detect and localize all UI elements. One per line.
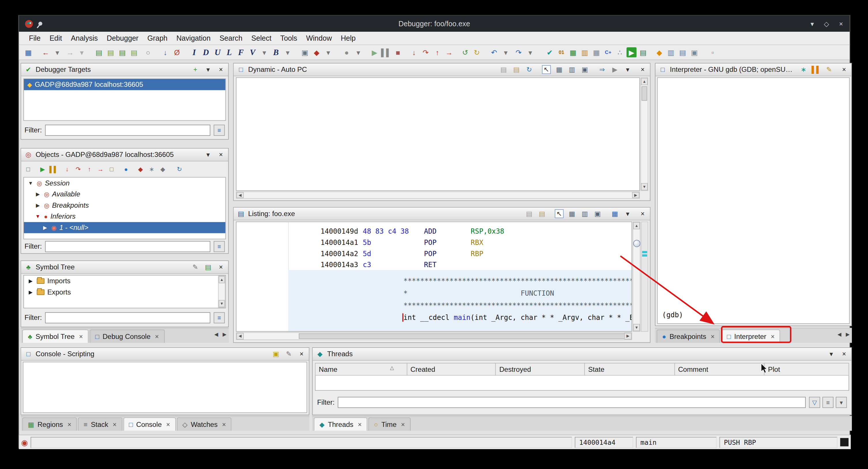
redo-menu-icon[interactable]: ▾ (525, 47, 535, 57)
column-header[interactable]: Plot (764, 363, 849, 376)
scroll-down-icon[interactable]: ▼ (633, 324, 640, 331)
tab-close-icon[interactable]: × (771, 333, 775, 340)
tree-row[interactable]: ▶ ◎ Available (24, 189, 225, 200)
field-format-menu-icon[interactable]: ▾ (623, 209, 632, 218)
resume-icon[interactable]: ▶ (369, 47, 379, 57)
cursor-mode-icon[interactable]: ↖ (542, 65, 551, 74)
overview-margin[interactable] (641, 221, 648, 332)
close-icon[interactable]: × (638, 65, 647, 74)
close-icon[interactable]: × (638, 209, 647, 218)
step-last-icon[interactable]: → (444, 47, 454, 57)
horizontal-scrollbar[interactable]: ◀ ▶ (236, 191, 640, 199)
launch-target-icon[interactable]: □ (107, 164, 116, 174)
memory-bytes-icon[interactable]: ▤ (638, 47, 648, 57)
column-header[interactable]: Destroyed (495, 363, 584, 376)
menu-icon[interactable]: ▾ (204, 65, 213, 74)
column-settings-menu-icon[interactable]: ▾ (836, 397, 847, 408)
tab[interactable]: ● Breakpoints × (657, 330, 720, 343)
shade-icon[interactable]: ▾ (811, 20, 814, 27)
targets-filter-input[interactable] (45, 125, 211, 136)
tab-close-icon[interactable]: × (155, 333, 159, 340)
threads-table-body[interactable] (315, 376, 849, 390)
scroll-up-icon[interactable]: ▲ (641, 78, 648, 85)
interrupt-icon[interactable]: ▌▌ (381, 47, 391, 57)
step-out-icon[interactable]: ↑ (85, 164, 94, 174)
target-row[interactable]: ◆ GADP@68d9a987 localhost:36605 (24, 79, 225, 90)
scroll-up-icon[interactable]: ▲ (633, 222, 640, 229)
sort-indicator-icon[interactable]: △ (390, 365, 394, 371)
console-table-icon[interactable]: ▣ (689, 47, 700, 57)
scroll-down-icon[interactable]: ▼ (219, 300, 225, 307)
close-icon[interactable]: × (840, 350, 849, 358)
resize-grip[interactable] (840, 438, 849, 446)
pin-icon[interactable] (37, 21, 43, 26)
tabs-scroll-right-icon[interactable]: ▶ (223, 332, 226, 337)
tree-row[interactable]: ▶ Imports (24, 276, 225, 287)
menu-item[interactable]: Window (302, 33, 336, 43)
menu-item[interactable]: Search (215, 33, 247, 43)
expand-arrow-icon[interactable]: ▼ (35, 214, 41, 219)
tab-close-icon[interactable]: × (711, 333, 715, 340)
memory-map-icon[interactable]: ▤ (106, 47, 116, 57)
scrollbar-thumb[interactable] (299, 334, 627, 339)
menu-icon[interactable]: ▾ (827, 350, 836, 358)
tab[interactable]: ○ Time × (369, 417, 411, 431)
checkpoint-icon[interactable]: ◆ (654, 47, 664, 57)
symbol-filter-input[interactable] (45, 312, 211, 323)
close-icon[interactable]: × (297, 350, 306, 358)
resume-icon[interactable]: ▶ (38, 164, 47, 174)
tree-row[interactable]: ▶ Exports (24, 287, 225, 298)
script-manager-icon[interactable]: ▫ (708, 47, 718, 57)
listing-line[interactable]: 1400014a1 5b POP RBX (237, 237, 631, 248)
field-format-icon[interactable]: ▦ (611, 209, 619, 218)
paste-icon[interactable]: ▤ (537, 209, 547, 218)
close-icon[interactable]: × (217, 65, 225, 74)
data-types-icon[interactable]: ▥ (580, 47, 590, 57)
vertical-scrollbar[interactable]: ▲ ▼ (641, 77, 648, 191)
scroll-left-icon[interactable]: ◀ (237, 192, 244, 198)
back-menu-icon[interactable]: ▾ (52, 47, 62, 57)
menu-item[interactable]: Debugger (102, 33, 143, 43)
letter-b-menu-icon[interactable]: ▾ (283, 47, 293, 57)
listing-line[interactable]: 1400014a3 c3 RET (237, 259, 631, 270)
listing-line[interactable]: 1400014a2 5d POP RBP (237, 248, 631, 259)
interrupt-icon[interactable]: ▌▌ (812, 65, 821, 74)
menu-item[interactable]: Edit (45, 33, 66, 43)
tab-close-icon[interactable]: × (67, 420, 71, 428)
save-icon[interactable]: ▦ (23, 47, 33, 57)
tab-close-icon[interactable]: × (166, 420, 170, 428)
function-graph-icon[interactable]: ∴ (615, 47, 625, 57)
export-icon[interactable]: ▤ (204, 263, 213, 272)
vertical-scrollbar[interactable]: ▲ ▼ (218, 276, 225, 308)
tree-row[interactable]: ▼ ● Inferiors (24, 211, 225, 222)
listing-line[interactable]: 14000149d 48 83 c4 38 ADD RSP,0x38 (237, 225, 631, 237)
tab-close-icon[interactable]: × (113, 420, 117, 428)
tab-close-icon[interactable]: × (222, 420, 226, 428)
step-out-icon[interactable]: ↑ (432, 47, 442, 57)
quick-launch-icon[interactable]: □ (23, 164, 33, 174)
edit-icon[interactable]: ✎ (191, 263, 200, 272)
expand-arrow-icon[interactable]: ▶ (27, 278, 34, 284)
dragon-icon[interactable]: ◆ (136, 164, 145, 174)
emulate-icon[interactable]: ↺ (460, 47, 470, 57)
vertical-scrollbar[interactable]: ▲ ▼ (633, 221, 641, 332)
menu-icon[interactable]: ▾ (623, 65, 632, 74)
dynamic-content[interactable] (236, 77, 640, 191)
interrupt-icon[interactable]: ▌▌ (49, 164, 59, 174)
letter-f-icon[interactable]: F (236, 47, 246, 57)
paste-icon[interactable]: ▤ (512, 65, 521, 74)
tabs-scroll-left-icon[interactable]: ◀ (837, 332, 841, 337)
scrollbar-thumb[interactable] (633, 240, 641, 247)
snapshot-icon[interactable]: ▣ (300, 47, 310, 57)
step-into-icon[interactable]: ↓ (62, 164, 72, 174)
copy-icon[interactable]: ▤ (525, 209, 534, 218)
letter-b-icon[interactable]: B (271, 47, 281, 57)
defined-data-icon[interactable]: ▥ (666, 47, 676, 57)
menu-item[interactable]: Tools (276, 33, 302, 43)
scroll-right-icon[interactable]: ▶ (624, 333, 631, 340)
expand-arrow-icon[interactable]: ▶ (42, 225, 49, 230)
scrollbar-thumb[interactable] (642, 86, 647, 101)
refresh-icon[interactable]: ↻ (525, 65, 534, 74)
letter-v-menu-icon[interactable]: ▾ (259, 47, 269, 57)
letter-v-icon[interactable]: V (248, 47, 258, 57)
